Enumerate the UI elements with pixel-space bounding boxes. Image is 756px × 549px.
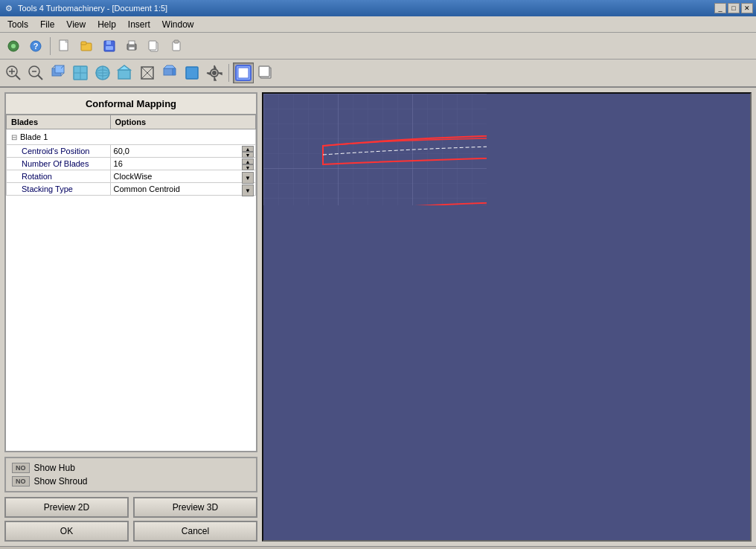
tb2-view4[interactable]	[115, 62, 135, 83]
prop-blades-value[interactable]: ▲ ▼	[110, 158, 255, 170]
window-title: Tools 4 Turbomachinery - [Document 1:5]	[18, 4, 167, 13]
svg-rect-15	[149, 41, 156, 50]
col-options: Options	[110, 115, 255, 129]
numblades-spin-up[interactable]: ▲	[242, 158, 254, 164]
close-button[interactable]: ✕	[741, 3, 753, 13]
blade1-label: Blade 1	[20, 132, 48, 141]
toolbar-connect-btn[interactable]	[3, 36, 24, 57]
panel-title: Conformal Mapping	[6, 94, 256, 115]
prop-stacking-name: Stacking Type	[7, 183, 111, 196]
stacking-select[interactable]: Common Centroid Leading Edge Trailing Ed…	[114, 184, 240, 193]
num-blades-input[interactable]	[114, 159, 225, 168]
svg-point-46	[212, 71, 217, 75]
window-controls[interactable]: _ □ ✕	[714, 3, 753, 13]
status-bar	[0, 546, 756, 549]
tb2-view5[interactable]	[137, 62, 158, 83]
tree-expand-icon[interactable]: ⊟	[11, 133, 17, 141]
svg-marker-38	[118, 65, 130, 70]
svg-rect-54	[263, 94, 487, 205]
svg-rect-10	[106, 46, 113, 50]
toolbar-sep-1	[50, 37, 51, 55]
menu-tools[interactable]: Tools	[1, 18, 34, 31]
property-table: Blades Options ⊟ Blade 1	[6, 115, 256, 196]
tree-node-blade1: ⊟ Blade 1	[7, 129, 256, 145]
title-bar: ⚙ Tools 4 Turbomachinery - [Document 1:5…	[0, 0, 756, 16]
prop-stacking-value[interactable]: Common Centroid Leading Edge Trailing Ed…	[110, 183, 255, 196]
minimize-button[interactable]: _	[714, 3, 726, 13]
menu-file[interactable]: File	[34, 18, 60, 31]
tb2-view2[interactable]	[70, 62, 91, 83]
svg-rect-13	[129, 47, 135, 50]
toolbar-help-btn[interactable]: ?	[25, 36, 46, 57]
menu-bar: Tools File View Help Insert Window	[0, 16, 756, 33]
prop-centroid-value[interactable]: ▲ ▼	[110, 145, 255, 158]
tb2-copy2-btn[interactable]	[255, 62, 276, 83]
tb2-settings[interactable]	[204, 62, 225, 83]
show-hub-label[interactable]: Show Hub	[34, 463, 75, 473]
maximize-button[interactable]: □	[728, 3, 740, 13]
tb2-3d-view1[interactable]	[48, 62, 68, 83]
toolbar-print-btn[interactable]	[121, 36, 142, 57]
show-shroud-label[interactable]: Show Shroud	[34, 476, 88, 487]
prop-blades-name: Number Of Blades	[7, 158, 111, 170]
centroid-spin-up[interactable]: ▲	[242, 146, 254, 152]
svg-point-1	[11, 44, 16, 48]
toolbar-open-btn[interactable]	[77, 36, 97, 57]
svg-rect-49	[238, 68, 249, 78]
menu-insert[interactable]: Insert	[122, 18, 156, 31]
svg-rect-51	[259, 66, 269, 77]
menu-window[interactable]: Window	[156, 18, 200, 31]
svg-rect-9	[106, 41, 111, 45]
prop-blades-row: Number Of Blades ▲ ▼	[7, 158, 256, 170]
prop-stacking-row: Stacking Type Common Centroid Leading Ed…	[7, 183, 256, 196]
svg-marker-44	[173, 68, 176, 75]
tb2-view3[interactable]	[92, 62, 113, 83]
prop-centroid-row: Centroid's Position ▲ ▼	[7, 145, 256, 158]
svg-line-29	[61, 73, 64, 76]
preview-btn-row: Preview 2D Preview 3D	[4, 497, 257, 518]
tb2-active-btn[interactable]	[233, 62, 254, 83]
conformal-mapping-panel: Conformal Mapping Blades Options ⊟ Bla	[4, 92, 257, 452]
ok-button[interactable]: OK	[4, 521, 129, 542]
toolbar-copy-btn[interactable]	[144, 36, 164, 57]
ok-cancel-btn-row: OK Cancel	[4, 521, 257, 542]
left-panel: Conformal Mapping Blades Options ⊟ Bla	[4, 92, 257, 542]
preview-3d-button[interactable]: Preview 3D	[133, 497, 257, 518]
toolbar2-sep	[228, 64, 229, 82]
cancel-button[interactable]: Cancel	[133, 521, 257, 542]
toolbar-new-btn[interactable]	[54, 36, 75, 57]
visibility-panel: NO Show Hub NO Show Shroud	[4, 457, 257, 492]
action-buttons-panel: Preview 2D Preview 3D OK Cancel	[4, 497, 257, 542]
toolbar-save-btn[interactable]	[99, 36, 120, 57]
tb2-rotate[interactable]	[159, 62, 180, 83]
col-blades: Blades	[7, 115, 111, 129]
centroid-input[interactable]	[114, 147, 225, 155]
menu-help[interactable]: Help	[92, 18, 122, 31]
rotation-select[interactable]: ClockWise CounterClockWise	[114, 172, 240, 181]
grid-background: +	[263, 94, 487, 205]
tb2-zoom-fit[interactable]	[3, 62, 24, 83]
svg-text:?: ?	[33, 42, 39, 51]
svg-rect-7	[81, 42, 86, 45]
tb2-select[interactable]	[182, 62, 202, 83]
svg-line-19	[16, 75, 20, 80]
svg-rect-17	[174, 40, 179, 43]
stacking-dropdown-arrow[interactable]: ▼	[242, 184, 254, 196]
svg-marker-43	[164, 65, 176, 68]
shroud-toggle[interactable]: NO	[12, 476, 30, 487]
prop-rotation-name: Rotation	[7, 170, 111, 183]
app-icon: ⚙	[3, 2, 15, 14]
menu-edit[interactable]: View	[60, 18, 92, 31]
main-area: Conformal Mapping Blades Options ⊟ Bla	[0, 88, 756, 546]
prop-centroid-name: Centroid's Position	[7, 145, 111, 158]
preview-2d-button[interactable]: Preview 2D	[4, 497, 129, 518]
hub-toggle[interactable]: NO	[12, 463, 30, 473]
toolbar-2	[0, 60, 756, 88]
toolbar-paste-btn[interactable]	[166, 36, 187, 57]
toolbar-1: ?	[0, 33, 756, 60]
tb2-zoom-in[interactable]	[25, 62, 46, 83]
canvas-viewport[interactable]: +	[262, 92, 752, 542]
prop-rotation-value[interactable]: ClockWise CounterClockWise ▼	[110, 170, 255, 183]
svg-line-23	[38, 75, 42, 80]
show-shroud-row: NO Show Shroud	[12, 476, 250, 487]
